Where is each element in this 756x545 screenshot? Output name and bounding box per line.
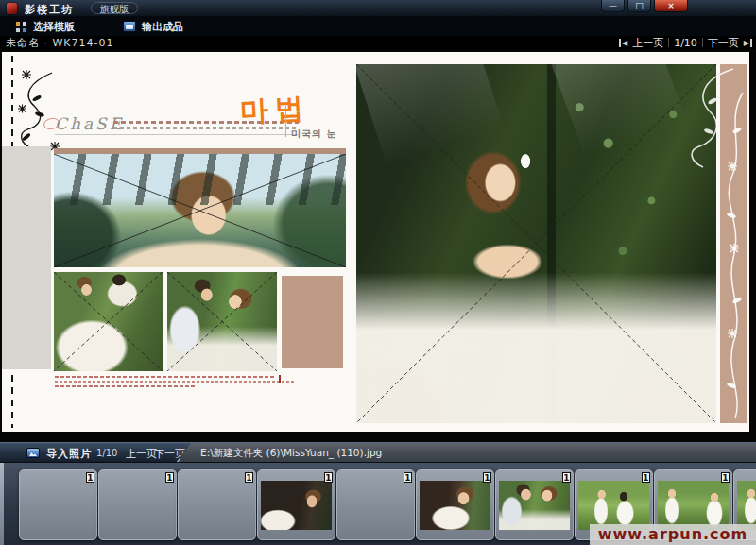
thumbnail-item[interactable]: 1 [98, 469, 177, 540]
decorative-underline [55, 134, 298, 135]
thumbnail-photo [658, 481, 729, 530]
window-controls: — □ × [601, 0, 688, 12]
usage-count-badge: 1 [165, 472, 174, 483]
app-logo-icon [7, 3, 17, 14]
photo-slot-couple-right[interactable] [167, 272, 277, 371]
placeholder-cross-icon [54, 154, 346, 267]
thumbnail-photo [578, 481, 649, 530]
document-name: 未命名 · WK714-01 [6, 36, 114, 50]
usage-count-badge: 1 [404, 472, 412, 483]
photo-slot-bride-right[interactable] [356, 64, 716, 423]
template-korean-subtitle: 미국의 눈 [291, 128, 336, 141]
template-korean-title: 마법 [239, 89, 311, 131]
close-button[interactable]: × [654, 0, 688, 12]
photo-slot-couple-left[interactable] [54, 272, 163, 371]
select-template-button[interactable]: 选择模版 [15, 19, 75, 34]
minimize-button[interactable]: — [601, 0, 625, 12]
thumbnail-item[interactable]: 1 [257, 469, 335, 540]
usage-count-badge: 1 [642, 472, 650, 483]
template-brand-text: ChaSE [55, 114, 124, 133]
file-path-tab[interactable]: E:\新建文件夹 (6)\MissYuan_ (110).jpg [176, 443, 756, 463]
main-toolbar: 选择模版 输出成品 ? [0, 17, 756, 36]
usage-count-badge: 1 [562, 472, 571, 483]
next-page-button[interactable]: 下一页 [708, 36, 739, 50]
restore-button[interactable]: □ [627, 0, 651, 12]
export-product-label: 输出成品 [142, 20, 183, 34]
page-navigation: ◀ 上一页 1/10 下一页 ▶ [619, 36, 752, 50]
thumbnail-photo [261, 481, 332, 530]
usage-count-badge: 1 [483, 472, 491, 483]
thumbnail-item[interactable]: 1 [495, 469, 574, 540]
album-spread[interactable]: ChaSE 마법 미국의 눈 [2, 52, 749, 432]
export-product-button[interactable]: 输出成品 [123, 19, 183, 34]
page-bar: 未命名 · WK714-01 ◀ 上一页 1/10 下一页 ▶ [0, 36, 756, 49]
first-page-icon[interactable]: ◀ [619, 39, 627, 47]
caption-mark [279, 375, 281, 383]
edition-badge: 旗舰版 [91, 2, 138, 14]
usage-count-badge: 1 [86, 472, 94, 483]
usage-count-badge: 1 [721, 472, 730, 483]
caption-text-line [55, 381, 294, 383]
thumbnail-item[interactable]: 1 [19, 469, 97, 540]
export-icon [123, 21, 136, 32]
template-tan-block [282, 276, 343, 368]
divider [668, 38, 669, 47]
caption-text-line [55, 376, 274, 378]
thumbnail-photo [737, 481, 756, 530]
photo-slot-main-left[interactable] [54, 154, 346, 267]
thumbnail-item[interactable]: 1 [416, 469, 494, 540]
import-photos-button[interactable]: 导入照片 [46, 447, 92, 461]
template-gray-column [2, 146, 51, 369]
title-bar: 影楼工坊 旗舰版 — □ × [0, 0, 756, 17]
template-tan-strip [720, 64, 747, 423]
thumbnail-item[interactable]: 1 [178, 469, 256, 540]
placeholder-cross-icon [167, 272, 277, 371]
thumbnail-photo [420, 481, 490, 530]
import-bar: 导入照片 1/10 上一页 下一页 E:\新建文件夹 (6)\MissYuan_… [0, 442, 756, 462]
last-page-icon[interactable]: ▶ [744, 39, 752, 47]
placeholder-cross-icon [356, 64, 716, 423]
file-path-text: E:\新建文件夹 (6)\MissYuan_ (110).jpg [200, 447, 382, 460]
prev-page-button[interactable]: 上一页 [632, 36, 663, 50]
usage-count-badge: 1 [245, 472, 253, 483]
app-title: 影楼工坊 [25, 3, 74, 17]
divider [702, 38, 703, 47]
floral-vine-ornament-right [720, 64, 747, 423]
placeholder-cross-icon [54, 272, 163, 371]
divider [285, 106, 286, 137]
thumbnail-photo [499, 481, 570, 530]
watermark-text: www.arpun.com [590, 524, 756, 545]
select-template-label: 选择模版 [33, 20, 75, 34]
thumbnail-item[interactable]: 1 [336, 469, 415, 540]
floral-vine-ornament-left [14, 67, 60, 154]
app-window: 影楼工坊 旗舰版 — □ × 选择模版 输出成品 ? 未命名 · WK714-0… [0, 0, 756, 545]
template-grid-icon [15, 21, 27, 33]
usage-count-badge: 1 [324, 472, 333, 483]
editor-canvas: ChaSE 마법 미국의 눈 [0, 49, 756, 442]
caption-text-line [55, 385, 197, 387]
import-counter: 1/10 [96, 448, 117, 458]
page-counter: 1/10 [674, 37, 697, 49]
import-prev-button[interactable]: 上一页 [126, 447, 157, 461]
import-photo-icon [26, 448, 40, 458]
